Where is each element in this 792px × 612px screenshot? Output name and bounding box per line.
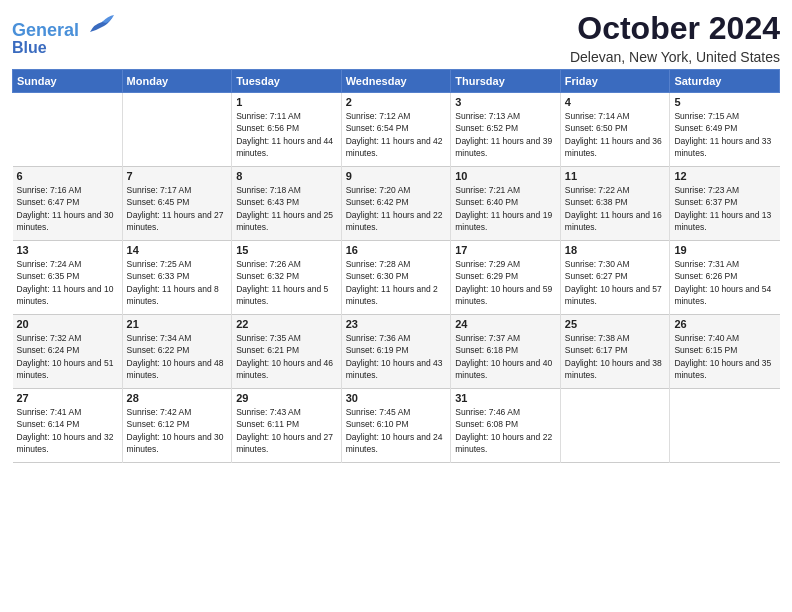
logo-general: General <box>12 20 79 40</box>
calendar-cell <box>122 93 232 167</box>
calendar-cell: 7Sunrise: 7:17 AM Sunset: 6:45 PM Daylig… <box>122 167 232 241</box>
calendar-cell: 13Sunrise: 7:24 AM Sunset: 6:35 PM Dayli… <box>13 241 123 315</box>
calendar-cell: 31Sunrise: 7:46 AM Sunset: 6:08 PM Dayli… <box>451 389 561 463</box>
logo-blue: Blue <box>12 39 114 57</box>
day-info: Sunrise: 7:28 AM Sunset: 6:30 PM Dayligh… <box>346 258 447 307</box>
weekday-header-row: SundayMondayTuesdayWednesdayThursdayFrid… <box>13 70 780 93</box>
day-info: Sunrise: 7:21 AM Sunset: 6:40 PM Dayligh… <box>455 184 556 233</box>
day-number: 16 <box>346 244 447 256</box>
calendar-cell <box>670 389 780 463</box>
day-info: Sunrise: 7:23 AM Sunset: 6:37 PM Dayligh… <box>674 184 775 233</box>
day-info: Sunrise: 7:31 AM Sunset: 6:26 PM Dayligh… <box>674 258 775 307</box>
calendar-cell: 16Sunrise: 7:28 AM Sunset: 6:30 PM Dayli… <box>341 241 451 315</box>
calendar-cell: 1Sunrise: 7:11 AM Sunset: 6:56 PM Daylig… <box>232 93 342 167</box>
calendar-week-1: 1Sunrise: 7:11 AM Sunset: 6:56 PM Daylig… <box>13 93 780 167</box>
day-number: 11 <box>565 170 666 182</box>
day-info: Sunrise: 7:35 AM Sunset: 6:21 PM Dayligh… <box>236 332 337 381</box>
calendar-cell: 27Sunrise: 7:41 AM Sunset: 6:14 PM Dayli… <box>13 389 123 463</box>
day-info: Sunrise: 7:32 AM Sunset: 6:24 PM Dayligh… <box>17 332 118 381</box>
day-number: 17 <box>455 244 556 256</box>
day-info: Sunrise: 7:30 AM Sunset: 6:27 PM Dayligh… <box>565 258 666 307</box>
day-number: 4 <box>565 96 666 108</box>
day-info: Sunrise: 7:46 AM Sunset: 6:08 PM Dayligh… <box>455 406 556 455</box>
day-info: Sunrise: 7:12 AM Sunset: 6:54 PM Dayligh… <box>346 110 447 159</box>
calendar-cell: 17Sunrise: 7:29 AM Sunset: 6:29 PM Dayli… <box>451 241 561 315</box>
weekday-header-wednesday: Wednesday <box>341 70 451 93</box>
day-info: Sunrise: 7:13 AM Sunset: 6:52 PM Dayligh… <box>455 110 556 159</box>
day-info: Sunrise: 7:26 AM Sunset: 6:32 PM Dayligh… <box>236 258 337 307</box>
day-info: Sunrise: 7:45 AM Sunset: 6:10 PM Dayligh… <box>346 406 447 455</box>
calendar-cell: 21Sunrise: 7:34 AM Sunset: 6:22 PM Dayli… <box>122 315 232 389</box>
day-number: 22 <box>236 318 337 330</box>
calendar-cell: 6Sunrise: 7:16 AM Sunset: 6:47 PM Daylig… <box>13 167 123 241</box>
day-info: Sunrise: 7:20 AM Sunset: 6:42 PM Dayligh… <box>346 184 447 233</box>
day-info: Sunrise: 7:42 AM Sunset: 6:12 PM Dayligh… <box>127 406 228 455</box>
day-number: 28 <box>127 392 228 404</box>
day-number: 6 <box>17 170 118 182</box>
calendar-week-2: 6Sunrise: 7:16 AM Sunset: 6:47 PM Daylig… <box>13 167 780 241</box>
day-number: 9 <box>346 170 447 182</box>
weekday-header-friday: Friday <box>560 70 670 93</box>
calendar-cell: 25Sunrise: 7:38 AM Sunset: 6:17 PM Dayli… <box>560 315 670 389</box>
calendar-cell: 30Sunrise: 7:45 AM Sunset: 6:10 PM Dayli… <box>341 389 451 463</box>
weekday-header-thursday: Thursday <box>451 70 561 93</box>
weekday-header-tuesday: Tuesday <box>232 70 342 93</box>
weekday-header-sunday: Sunday <box>13 70 123 93</box>
calendar-cell: 11Sunrise: 7:22 AM Sunset: 6:38 PM Dayli… <box>560 167 670 241</box>
calendar-cell: 20Sunrise: 7:32 AM Sunset: 6:24 PM Dayli… <box>13 315 123 389</box>
day-number: 13 <box>17 244 118 256</box>
calendar-cell: 22Sunrise: 7:35 AM Sunset: 6:21 PM Dayli… <box>232 315 342 389</box>
calendar-cell: 28Sunrise: 7:42 AM Sunset: 6:12 PM Dayli… <box>122 389 232 463</box>
day-number: 8 <box>236 170 337 182</box>
calendar-cell: 12Sunrise: 7:23 AM Sunset: 6:37 PM Dayli… <box>670 167 780 241</box>
calendar-cell: 29Sunrise: 7:43 AM Sunset: 6:11 PM Dayli… <box>232 389 342 463</box>
day-number: 24 <box>455 318 556 330</box>
calendar-week-5: 27Sunrise: 7:41 AM Sunset: 6:14 PM Dayli… <box>13 389 780 463</box>
day-number: 27 <box>17 392 118 404</box>
calendar-week-4: 20Sunrise: 7:32 AM Sunset: 6:24 PM Dayli… <box>13 315 780 389</box>
header: General Blue October 2024 Delevan, New Y… <box>12 10 780 65</box>
day-number: 19 <box>674 244 775 256</box>
day-info: Sunrise: 7:25 AM Sunset: 6:33 PM Dayligh… <box>127 258 228 307</box>
day-info: Sunrise: 7:15 AM Sunset: 6:49 PM Dayligh… <box>674 110 775 159</box>
calendar-week-3: 13Sunrise: 7:24 AM Sunset: 6:35 PM Dayli… <box>13 241 780 315</box>
day-info: Sunrise: 7:38 AM Sunset: 6:17 PM Dayligh… <box>565 332 666 381</box>
day-info: Sunrise: 7:36 AM Sunset: 6:19 PM Dayligh… <box>346 332 447 381</box>
day-number: 20 <box>17 318 118 330</box>
calendar-cell: 9Sunrise: 7:20 AM Sunset: 6:42 PM Daylig… <box>341 167 451 241</box>
day-number: 10 <box>455 170 556 182</box>
logo-bird-icon <box>86 14 114 36</box>
calendar-table: SundayMondayTuesdayWednesdayThursdayFrid… <box>12 69 780 463</box>
day-number: 5 <box>674 96 775 108</box>
day-info: Sunrise: 7:40 AM Sunset: 6:15 PM Dayligh… <box>674 332 775 381</box>
day-number: 30 <box>346 392 447 404</box>
day-number: 21 <box>127 318 228 330</box>
calendar-cell: 2Sunrise: 7:12 AM Sunset: 6:54 PM Daylig… <box>341 93 451 167</box>
calendar-cell: 24Sunrise: 7:37 AM Sunset: 6:18 PM Dayli… <box>451 315 561 389</box>
calendar-cell: 10Sunrise: 7:21 AM Sunset: 6:40 PM Dayli… <box>451 167 561 241</box>
day-number: 3 <box>455 96 556 108</box>
day-number: 12 <box>674 170 775 182</box>
day-info: Sunrise: 7:14 AM Sunset: 6:50 PM Dayligh… <box>565 110 666 159</box>
day-info: Sunrise: 7:11 AM Sunset: 6:56 PM Dayligh… <box>236 110 337 159</box>
calendar-cell: 3Sunrise: 7:13 AM Sunset: 6:52 PM Daylig… <box>451 93 561 167</box>
calendar-cell: 15Sunrise: 7:26 AM Sunset: 6:32 PM Dayli… <box>232 241 342 315</box>
day-number: 15 <box>236 244 337 256</box>
day-info: Sunrise: 7:41 AM Sunset: 6:14 PM Dayligh… <box>17 406 118 455</box>
day-number: 7 <box>127 170 228 182</box>
day-info: Sunrise: 7:16 AM Sunset: 6:47 PM Dayligh… <box>17 184 118 233</box>
calendar-cell: 14Sunrise: 7:25 AM Sunset: 6:33 PM Dayli… <box>122 241 232 315</box>
location-title: Delevan, New York, United States <box>570 49 780 65</box>
calendar-cell: 5Sunrise: 7:15 AM Sunset: 6:49 PM Daylig… <box>670 93 780 167</box>
calendar-cell: 23Sunrise: 7:36 AM Sunset: 6:19 PM Dayli… <box>341 315 451 389</box>
day-number: 23 <box>346 318 447 330</box>
day-info: Sunrise: 7:22 AM Sunset: 6:38 PM Dayligh… <box>565 184 666 233</box>
weekday-header-saturday: Saturday <box>670 70 780 93</box>
title-block: October 2024 Delevan, New York, United S… <box>570 10 780 65</box>
day-info: Sunrise: 7:24 AM Sunset: 6:35 PM Dayligh… <box>17 258 118 307</box>
calendar-cell <box>560 389 670 463</box>
calendar-cell: 18Sunrise: 7:30 AM Sunset: 6:27 PM Dayli… <box>560 241 670 315</box>
day-number: 26 <box>674 318 775 330</box>
day-info: Sunrise: 7:29 AM Sunset: 6:29 PM Dayligh… <box>455 258 556 307</box>
day-number: 31 <box>455 392 556 404</box>
